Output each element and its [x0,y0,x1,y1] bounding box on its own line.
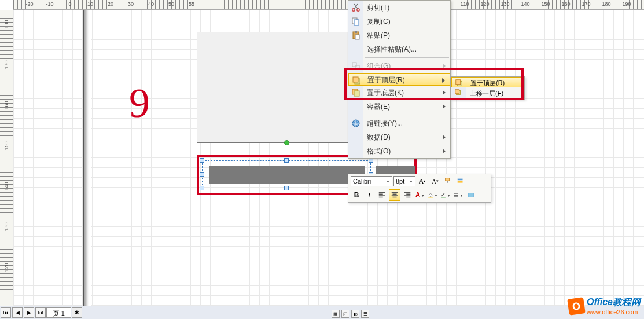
paste-icon [351,31,360,40]
annotation-red-box-menu [344,68,524,100]
status-tray: ▦ ◱ ◐ ☰ [332,310,369,318]
dropdown-icon: ▼ [421,193,425,197]
rotation-handle[interactable] [284,140,289,145]
resize-handle-s[interactable] [284,186,289,190]
align-right-button[interactable] [402,189,413,201]
svg-rect-22 [441,197,446,197]
status-bar: ⏮ ◀ ▶ ⏭ 页-1 ✱ [0,306,644,319]
svg-rect-21 [428,197,433,197]
horizontal-ruler-labels: -20 -10 0 10 20 30 40 50 55 110 120 130 … [13,0,644,10]
page-tab[interactable]: 页-1 [46,307,71,318]
menu-hyperlink[interactable]: 超链接(Y)... [348,116,450,130]
resize-handle-nw[interactable] [200,158,204,163]
svg-point-0 [352,9,355,11]
selected-bar-shape[interactable] [209,166,365,184]
quick-styles-button[interactable] [465,189,477,201]
dropdown-icon: ▼ [386,179,390,184]
tray-icon-4[interactable]: ☰ [361,310,369,318]
svg-rect-18 [446,178,450,181]
menu-separator [365,115,449,115]
dropdown-icon: ▼ [434,193,438,197]
resize-handle-n[interactable] [284,158,289,163]
shrink-font-button[interactable]: A▾ [429,175,441,187]
dropdown-icon: ▼ [409,179,413,184]
menu-container[interactable]: 容器(E) [348,100,450,113]
svg-rect-3 [354,20,359,25]
line-style-button[interactable]: ▼ [452,189,464,201]
font-name-selector[interactable]: Calibri▼ [351,176,392,186]
menu-format[interactable]: 格式(O) [348,144,450,158]
resize-handle-ne[interactable] [369,158,373,163]
svg-rect-7 [352,63,356,67]
font-color-button[interactable]: A▼ [414,189,426,201]
mini-toolbar: Calibri▼ 8pt▼ A▴ A▾ B I A▼ ▼ ▼ ▼ [348,174,491,203]
fill-color-button[interactable]: ▼ [427,189,439,201]
watermark-url: www.office26.com [587,309,641,316]
nav-prev-button[interactable]: ◀ [12,307,23,318]
drawing-canvas[interactable]: 9 [13,10,644,306]
align-left-button[interactable] [376,189,388,201]
nav-first-button[interactable]: ⏮ [1,307,11,318]
cut-icon [351,3,360,12]
menu-separator [365,57,449,58]
line-color-button[interactable]: ▼ [440,189,451,201]
tray-icon-1[interactable]: ▦ [332,310,340,318]
bold-button[interactable]: B [351,189,362,201]
submenu-arrow-icon [443,104,446,109]
styles-button[interactable] [455,175,466,187]
align-center-button[interactable] [389,189,400,201]
copy-icon [351,17,360,26]
svg-rect-23 [468,193,474,197]
svg-point-1 [357,9,359,11]
annotation-number: 9 [129,79,150,127]
font-size-selector[interactable]: 8pt▼ [393,176,415,186]
hyperlink-icon [351,119,360,128]
resize-handle-sw[interactable] [200,186,204,190]
resize-handle-w[interactable] [200,172,204,177]
watermark-badge-icon: O [567,297,586,316]
menu-copy[interactable]: 复制(C) [348,14,450,28]
submenu-arrow-icon [443,135,446,140]
menu-paste-special[interactable]: 选择性粘贴(A)... [348,42,450,56]
svg-rect-19 [458,179,463,181]
italic-button[interactable]: I [363,189,375,201]
watermark-title: Office教程网 [587,296,641,309]
svg-rect-20 [458,181,463,183]
dropdown-icon: ▼ [447,193,451,197]
grow-font-button[interactable]: A▴ [417,175,428,187]
menu-cut[interactable]: 剪切(T) [348,1,450,14]
page-edge [83,10,91,306]
svg-rect-6 [355,35,359,39]
nav-next-button[interactable]: ▶ [24,307,34,318]
dropdown-icon: ▼ [459,193,463,197]
submenu-arrow-icon [443,149,446,153]
rectangle-shape[interactable] [197,32,362,143]
nav-last-button[interactable]: ⏭ [35,307,46,318]
menu-paste[interactable]: 粘贴(P) [348,28,450,42]
tray-icon-2[interactable]: ◱ [341,310,349,318]
vertical-ruler-labels: 180 170 160 150 140 130 120 [0,10,13,306]
watermark: O Office教程网 www.office26.com [568,296,641,316]
svg-rect-5 [355,31,357,33]
new-page-button[interactable]: ✱ [72,307,82,318]
menu-data[interactable]: 数据(D) [348,130,450,144]
format-painter-button[interactable] [442,175,454,187]
tray-icon-3[interactable]: ◐ [351,310,359,318]
